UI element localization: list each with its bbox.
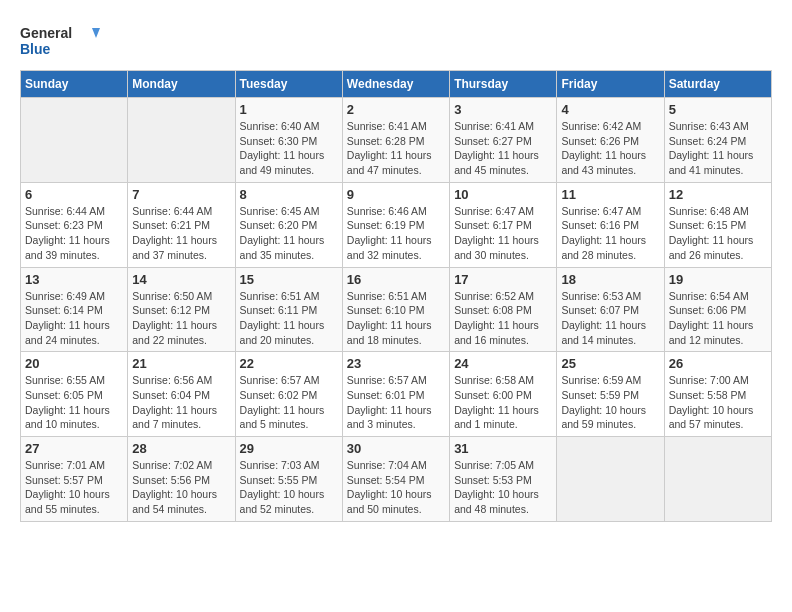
day-info: Sunrise: 6:59 AMSunset: 5:59 PMDaylight:… [561, 373, 659, 432]
day-cell: 26Sunrise: 7:00 AMSunset: 5:58 PMDayligh… [664, 352, 771, 437]
day-info: Sunrise: 6:45 AMSunset: 6:20 PMDaylight:… [240, 204, 338, 263]
day-cell: 6Sunrise: 6:44 AMSunset: 6:23 PMDaylight… [21, 182, 128, 267]
day-number: 21 [132, 356, 230, 371]
day-info: Sunrise: 6:40 AMSunset: 6:30 PMDaylight:… [240, 119, 338, 178]
day-info: Sunrise: 6:48 AMSunset: 6:15 PMDaylight:… [669, 204, 767, 263]
weekday-header-saturday: Saturday [664, 71, 771, 98]
day-info: Sunrise: 7:03 AMSunset: 5:55 PMDaylight:… [240, 458, 338, 517]
day-info: Sunrise: 6:41 AMSunset: 6:27 PMDaylight:… [454, 119, 552, 178]
day-cell [557, 437, 664, 522]
day-cell: 11Sunrise: 6:47 AMSunset: 6:16 PMDayligh… [557, 182, 664, 267]
day-number: 7 [132, 187, 230, 202]
day-cell: 18Sunrise: 6:53 AMSunset: 6:07 PMDayligh… [557, 267, 664, 352]
week-row-1: 1Sunrise: 6:40 AMSunset: 6:30 PMDaylight… [21, 98, 772, 183]
day-info: Sunrise: 7:02 AMSunset: 5:56 PMDaylight:… [132, 458, 230, 517]
week-row-2: 6Sunrise: 6:44 AMSunset: 6:23 PMDaylight… [21, 182, 772, 267]
day-cell: 1Sunrise: 6:40 AMSunset: 6:30 PMDaylight… [235, 98, 342, 183]
weekday-header-monday: Monday [128, 71, 235, 98]
day-cell: 15Sunrise: 6:51 AMSunset: 6:11 PMDayligh… [235, 267, 342, 352]
day-info: Sunrise: 6:43 AMSunset: 6:24 PMDaylight:… [669, 119, 767, 178]
week-row-3: 13Sunrise: 6:49 AMSunset: 6:14 PMDayligh… [21, 267, 772, 352]
day-number: 28 [132, 441, 230, 456]
day-info: Sunrise: 6:52 AMSunset: 6:08 PMDaylight:… [454, 289, 552, 348]
day-info: Sunrise: 6:47 AMSunset: 6:16 PMDaylight:… [561, 204, 659, 263]
day-cell: 2Sunrise: 6:41 AMSunset: 6:28 PMDaylight… [342, 98, 449, 183]
day-cell: 25Sunrise: 6:59 AMSunset: 5:59 PMDayligh… [557, 352, 664, 437]
day-number: 14 [132, 272, 230, 287]
day-cell: 9Sunrise: 6:46 AMSunset: 6:19 PMDaylight… [342, 182, 449, 267]
day-cell: 23Sunrise: 6:57 AMSunset: 6:01 PMDayligh… [342, 352, 449, 437]
day-info: Sunrise: 6:53 AMSunset: 6:07 PMDaylight:… [561, 289, 659, 348]
day-info: Sunrise: 6:58 AMSunset: 6:00 PMDaylight:… [454, 373, 552, 432]
day-info: Sunrise: 6:41 AMSunset: 6:28 PMDaylight:… [347, 119, 445, 178]
day-cell: 27Sunrise: 7:01 AMSunset: 5:57 PMDayligh… [21, 437, 128, 522]
day-info: Sunrise: 6:46 AMSunset: 6:19 PMDaylight:… [347, 204, 445, 263]
day-number: 10 [454, 187, 552, 202]
day-cell: 16Sunrise: 6:51 AMSunset: 6:10 PMDayligh… [342, 267, 449, 352]
weekday-header-thursday: Thursday [450, 71, 557, 98]
svg-text:Blue: Blue [20, 41, 51, 57]
day-info: Sunrise: 7:00 AMSunset: 5:58 PMDaylight:… [669, 373, 767, 432]
day-number: 22 [240, 356, 338, 371]
day-cell [21, 98, 128, 183]
day-number: 5 [669, 102, 767, 117]
day-cell: 28Sunrise: 7:02 AMSunset: 5:56 PMDayligh… [128, 437, 235, 522]
day-number: 29 [240, 441, 338, 456]
day-number: 30 [347, 441, 445, 456]
day-cell: 29Sunrise: 7:03 AMSunset: 5:55 PMDayligh… [235, 437, 342, 522]
day-cell: 5Sunrise: 6:43 AMSunset: 6:24 PMDaylight… [664, 98, 771, 183]
logo-svg: General Blue [20, 20, 100, 60]
day-number: 1 [240, 102, 338, 117]
day-number: 12 [669, 187, 767, 202]
day-info: Sunrise: 6:56 AMSunset: 6:04 PMDaylight:… [132, 373, 230, 432]
day-number: 4 [561, 102, 659, 117]
day-info: Sunrise: 6:55 AMSunset: 6:05 PMDaylight:… [25, 373, 123, 432]
day-number: 19 [669, 272, 767, 287]
weekday-header-sunday: Sunday [21, 71, 128, 98]
page-header: General Blue [20, 20, 772, 60]
week-row-4: 20Sunrise: 6:55 AMSunset: 6:05 PMDayligh… [21, 352, 772, 437]
week-row-5: 27Sunrise: 7:01 AMSunset: 5:57 PMDayligh… [21, 437, 772, 522]
day-number: 26 [669, 356, 767, 371]
day-number: 9 [347, 187, 445, 202]
day-info: Sunrise: 6:57 AMSunset: 6:02 PMDaylight:… [240, 373, 338, 432]
day-info: Sunrise: 6:47 AMSunset: 6:17 PMDaylight:… [454, 204, 552, 263]
day-number: 23 [347, 356, 445, 371]
day-number: 2 [347, 102, 445, 117]
day-number: 25 [561, 356, 659, 371]
day-cell [664, 437, 771, 522]
day-number: 27 [25, 441, 123, 456]
day-cell: 13Sunrise: 6:49 AMSunset: 6:14 PMDayligh… [21, 267, 128, 352]
day-number: 6 [25, 187, 123, 202]
day-cell: 12Sunrise: 6:48 AMSunset: 6:15 PMDayligh… [664, 182, 771, 267]
day-number: 3 [454, 102, 552, 117]
day-info: Sunrise: 6:51 AMSunset: 6:10 PMDaylight:… [347, 289, 445, 348]
day-number: 17 [454, 272, 552, 287]
day-cell [128, 98, 235, 183]
day-number: 18 [561, 272, 659, 287]
day-number: 11 [561, 187, 659, 202]
day-number: 24 [454, 356, 552, 371]
day-number: 16 [347, 272, 445, 287]
day-cell: 8Sunrise: 6:45 AMSunset: 6:20 PMDaylight… [235, 182, 342, 267]
day-info: Sunrise: 6:50 AMSunset: 6:12 PMDaylight:… [132, 289, 230, 348]
day-cell: 19Sunrise: 6:54 AMSunset: 6:06 PMDayligh… [664, 267, 771, 352]
weekday-header-tuesday: Tuesday [235, 71, 342, 98]
svg-text:General: General [20, 25, 72, 41]
day-number: 8 [240, 187, 338, 202]
day-number: 13 [25, 272, 123, 287]
day-number: 20 [25, 356, 123, 371]
weekday-header-friday: Friday [557, 71, 664, 98]
day-cell: 24Sunrise: 6:58 AMSunset: 6:00 PMDayligh… [450, 352, 557, 437]
day-info: Sunrise: 7:04 AMSunset: 5:54 PMDaylight:… [347, 458, 445, 517]
calendar-table: SundayMondayTuesdayWednesdayThursdayFrid… [20, 70, 772, 522]
day-cell: 17Sunrise: 6:52 AMSunset: 6:08 PMDayligh… [450, 267, 557, 352]
day-info: Sunrise: 7:05 AMSunset: 5:53 PMDaylight:… [454, 458, 552, 517]
day-info: Sunrise: 7:01 AMSunset: 5:57 PMDaylight:… [25, 458, 123, 517]
day-cell: 30Sunrise: 7:04 AMSunset: 5:54 PMDayligh… [342, 437, 449, 522]
day-cell: 21Sunrise: 6:56 AMSunset: 6:04 PMDayligh… [128, 352, 235, 437]
day-cell: 7Sunrise: 6:44 AMSunset: 6:21 PMDaylight… [128, 182, 235, 267]
day-info: Sunrise: 6:44 AMSunset: 6:23 PMDaylight:… [25, 204, 123, 263]
day-cell: 31Sunrise: 7:05 AMSunset: 5:53 PMDayligh… [450, 437, 557, 522]
day-info: Sunrise: 6:49 AMSunset: 6:14 PMDaylight:… [25, 289, 123, 348]
